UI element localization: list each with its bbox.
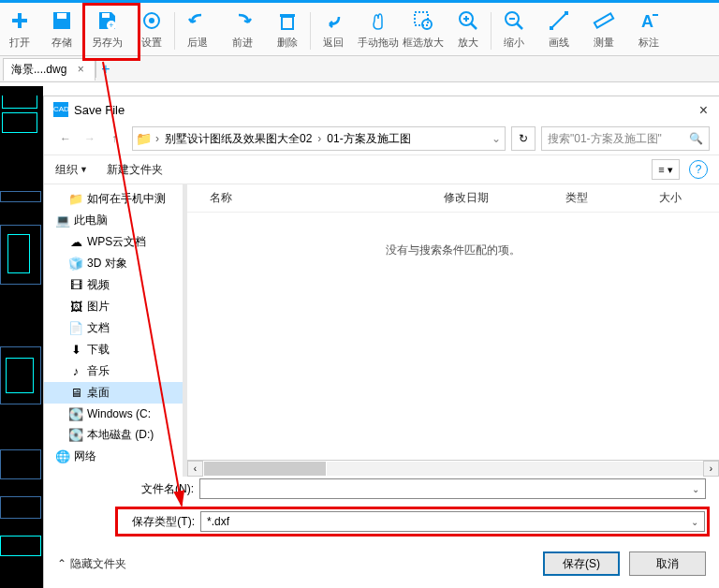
breadcrumb-dropdown[interactable]: ⌄: [488, 126, 505, 151]
help-button[interactable]: ?: [689, 160, 708, 179]
toolbar-zoomwin-button[interactable]: 框选放大: [401, 3, 446, 55]
folder-icon: 📁: [68, 192, 83, 207]
horizontal-scrollbar[interactable]: ‹ ›: [187, 460, 719, 477]
filetype-select[interactable]: *.dxf ⌄: [200, 511, 705, 532]
toolbar-redo-button[interactable]: 前进: [220, 3, 265, 55]
tree-item-folder[interactable]: 📁如何在手机中测: [44, 188, 183, 210]
breadcrumb-item[interactable]: 别墅设计图纸及效果图大全02: [161, 131, 315, 147]
toolbar-save-button[interactable]: 存储: [39, 3, 84, 55]
line-icon: [548, 9, 570, 32]
svg-rect-10: [280, 14, 295, 17]
toolbar-zoomout-button[interactable]: 缩小: [492, 3, 536, 55]
document-tab[interactable]: 海景....dwg ×: [3, 58, 95, 81]
tree-item-disk[interactable]: 💽本地磁盘 (D:): [44, 424, 183, 446]
scroll-right-button[interactable]: ›: [703, 461, 719, 477]
tree-item-doc[interactable]: 📄文档: [44, 317, 183, 339]
zoomwin-icon: [412, 9, 434, 32]
toolbar-label: 标注: [638, 36, 659, 50]
up-button[interactable]: ↑: [102, 126, 126, 151]
save-icon: [51, 9, 73, 32]
new-folder-button[interactable]: 新建文件夹: [107, 162, 163, 178]
tree-item-music[interactable]: ♪音乐: [44, 360, 183, 382]
folder-icon: 📁: [133, 131, 154, 146]
cad-canvas[interactable]: [0, 86, 43, 588]
toolbar-zoomin-button[interactable]: 放大: [446, 3, 491, 55]
main-toolbar: 打开存储+另存为设置后退前进删除返回手动拖动框选放大放大缩小画线测量A标注: [0, 0, 719, 56]
toolbar-label: 缩小: [504, 36, 524, 50]
tree-item-net[interactable]: 🌐网络: [44, 446, 183, 467]
tree-item-dl[interactable]: ⬇下载: [44, 339, 183, 360]
folder-tree[interactable]: 📁如何在手机中测💻此电脑☁WPS云文档🧊3D 对象🎞视频🖼图片📄文档⬇下载♪音乐…: [44, 184, 183, 477]
tree-item-pic[interactable]: 🖼图片: [44, 296, 183, 317]
cancel-button[interactable]: 取消: [629, 551, 706, 576]
scroll-left-button[interactable]: ‹: [187, 461, 203, 477]
button-row: ⌃ 隐藏文件夹 保存(S) 取消: [44, 546, 719, 581]
tree-item-disk[interactable]: 💽Windows (C:: [44, 404, 183, 424]
toolbar-settings-button[interactable]: 设置: [129, 3, 174, 55]
toolbar-line-button[interactable]: 画线: [536, 3, 581, 55]
dl-icon: ⬇: [68, 343, 83, 358]
scroll-thumb[interactable]: [204, 462, 326, 476]
col-type[interactable]: 类型: [565, 190, 659, 206]
forward-button[interactable]: →: [78, 126, 102, 151]
col-name[interactable]: 名称: [210, 190, 444, 206]
tab-add-button[interactable]: +: [95, 61, 114, 78]
organize-menu[interactable]: 组织▼: [55, 162, 88, 178]
col-size[interactable]: 大小: [659, 190, 682, 206]
form-area: 文件名(N): ⌄ 保存类型(T): *.dxf ⌄: [44, 477, 719, 537]
tree-label: 网络: [74, 448, 96, 464]
toolbar-label: 后退: [187, 36, 208, 50]
close-icon[interactable]: ×: [699, 102, 708, 119]
toolbar-label: 画线: [549, 36, 569, 50]
refresh-button[interactable]: ↻: [511, 126, 536, 151]
music-icon: ♪: [68, 364, 83, 379]
svg-line-20: [551, 13, 566, 28]
toolbar-annot-button[interactable]: A标注: [626, 3, 671, 55]
search-icon: 🔍: [689, 132, 703, 145]
filename-input[interactable]: ⌄: [199, 478, 706, 499]
breadcrumb-item[interactable]: 01-方案及施工图: [323, 131, 414, 147]
view-mode-button[interactable]: ≡ ▾: [652, 159, 680, 180]
save-button[interactable]: 保存(S): [543, 551, 620, 576]
tree-item-video[interactable]: 🎞视频: [44, 274, 183, 296]
nav-row: ← → ↑ 📁 › 别墅设计图纸及效果图大全02 › 01-方案及施工图 ⌄ ↻…: [44, 123, 719, 154]
file-list[interactable]: 名称 修改日期 类型 大小 没有与搜索条件匹配的项。 ‹ ›: [187, 184, 719, 477]
tree-item-pc[interactable]: 💻此电脑: [44, 210, 183, 231]
svg-rect-3: [57, 13, 66, 19]
tab-close-icon[interactable]: ×: [74, 63, 87, 76]
search-input[interactable]: 搜索"01-方案及施工图" 🔍: [541, 126, 710, 151]
tree-item-cloud[interactable]: ☁WPS云文档: [44, 231, 183, 253]
tab-label: 海景....dwg: [11, 62, 66, 78]
toolbar-return-button[interactable]: 返回: [311, 3, 356, 55]
col-modified[interactable]: 修改日期: [444, 190, 565, 206]
toolbar-row: 组织▼ 新建文件夹 ≡ ▾ ?: [44, 154, 719, 184]
tree-item-desktop[interactable]: 🖥桌面: [44, 382, 183, 404]
toolbar-pan-button[interactable]: 手动拖动: [356, 3, 401, 55]
filetype-label: 保存类型(T):: [120, 514, 195, 530]
tree-label: 文档: [87, 320, 110, 336]
hide-folders-toggle[interactable]: ⌃ 隐藏文件夹: [57, 556, 126, 572]
measure-icon: [593, 9, 615, 32]
cloud-icon: ☁: [68, 235, 83, 250]
column-headers[interactable]: 名称 修改日期 类型 大小: [187, 184, 719, 213]
breadcrumb[interactable]: 📁 › 别墅设计图纸及效果图大全02 › 01-方案及施工图 ⌄: [132, 126, 506, 151]
svg-rect-23: [594, 13, 613, 27]
chevron-down-icon[interactable]: ⌄: [692, 484, 699, 494]
tree-label: 此电脑: [74, 213, 108, 228]
toolbar-label: 框选放大: [403, 36, 444, 50]
disk-icon: 💽: [68, 406, 83, 421]
undo-icon: [186, 9, 209, 32]
chevron-down-icon[interactable]: ⌄: [691, 517, 698, 527]
svg-text:A: A: [641, 12, 653, 31]
toolbar-open-button[interactable]: 打开: [0, 3, 39, 55]
zoomin-icon: [457, 9, 479, 32]
toolbar-measure-button[interactable]: 测量: [581, 3, 626, 55]
toolbar-delete-button[interactable]: 删除: [265, 3, 310, 55]
back-button[interactable]: ←: [53, 126, 78, 151]
toolbar-undo-button[interactable]: 后退: [175, 3, 220, 55]
save-file-dialog: CAD Save File × ← → ↑ 📁 › 别墅设计图纸及效果图大全02…: [43, 96, 719, 588]
svg-rect-21: [550, 26, 553, 30]
search-placeholder: 搜索"01-方案及施工图": [548, 131, 662, 147]
tree-item-3d[interactable]: 🧊3D 对象: [44, 253, 183, 274]
toolbar-saveas-button[interactable]: +另存为: [84, 3, 129, 55]
